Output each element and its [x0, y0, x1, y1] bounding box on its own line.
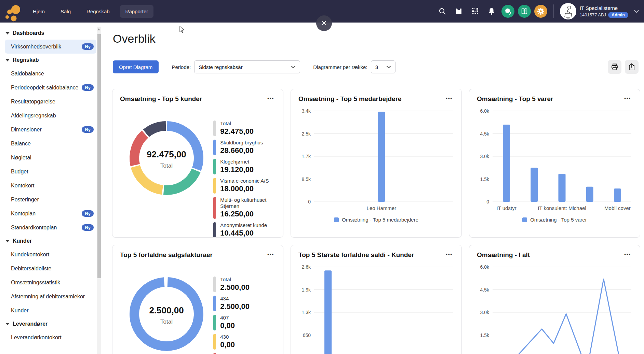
legend-value: 10.445,00: [220, 228, 267, 238]
chart-title: Omsætning - Top 5 medarbejdere: [298, 95, 402, 103]
svg-text:3.0k: 3.0k: [480, 310, 489, 315]
sidebar-item-kunder[interactable]: Kunder: [5, 303, 96, 317]
sidebar-item-resultatopg-relse[interactable]: Resultatopgørelse: [5, 95, 96, 109]
bar-chart: 3.4k2.5k1.7k8.5k0Leo Hammer: [298, 106, 455, 213]
account-chevron-down-icon[interactable]: [634, 10, 639, 13]
nav-item-regnskab[interactable]: Regnskab: [81, 5, 115, 18]
nav-item-hjem[interactable]: Hjem: [27, 5, 50, 18]
chart-card: Omsætning - Top 5 medarbejdere•••3.4k2.5…: [291, 89, 462, 238]
sidebar-item-posteringer[interactable]: Posteringer: [5, 193, 96, 207]
sidebar-item-kontokort[interactable]: Kontokort: [5, 179, 96, 193]
create-chart-button[interactable]: Opret Diagram: [113, 60, 159, 73]
chart-card-header: Omsætning - Top 5 kunder•••: [120, 95, 276, 103]
card-menu-button[interactable]: •••: [623, 95, 632, 101]
chat-support-icon[interactable]: [501, 5, 514, 18]
settings-gear-icon[interactable]: [534, 5, 547, 18]
sidebar-item-budget[interactable]: Budget: [5, 165, 96, 179]
legend-color-bar: [213, 140, 216, 155]
card-menu-button[interactable]: •••: [623, 251, 632, 257]
legend-label: Multi- og kulturhuset Stjernen: [220, 197, 276, 209]
legend-swatch: [334, 217, 339, 222]
chart-card-header: Omsætning - Top 5 varer•••: [477, 95, 632, 103]
scrollbar-thumb[interactable]: [97, 34, 101, 278]
legend-color-bar: [213, 334, 216, 350]
legend-label: 407: [220, 315, 235, 321]
apps-grid-icon[interactable]: [469, 5, 482, 18]
sidebar-section-title: Leverandører: [13, 321, 48, 327]
svg-text:2.5k: 2.5k: [302, 131, 311, 137]
nav-item-salg[interactable]: Salg: [55, 5, 76, 18]
print-button[interactable]: [608, 60, 621, 74]
sidebar-item-kontoplan[interactable]: KontoplanNy: [5, 207, 96, 221]
sidebar: DashboardsVirksomhedsoverblikNyRegnskabS…: [0, 23, 101, 354]
charts-per-row-select[interactable]: 3: [371, 60, 395, 73]
sidebar-section-title: Regnskab: [13, 57, 39, 63]
chart-title: Omsætning - I alt: [477, 251, 530, 259]
svg-text:2.500,00: 2.500,00: [149, 305, 184, 315]
charts-grid: Omsætning - Top 5 kunder•••92.475,00Tota…: [112, 89, 640, 354]
scrollbar-up-arrow-icon[interactable]: [97, 28, 100, 30]
sidebar-item-afstemning-af-debitorsamlekor[interactable]: Afstemning af debitorsamlekor: [5, 289, 96, 303]
sidebar-section-kunder[interactable]: Kunder: [5, 235, 96, 247]
sidebar-item-saldobalance[interactable]: Saldobalance: [5, 67, 96, 81]
legend-label: Anonymiseret kunde: [220, 222, 267, 228]
sidebar-item-label: Budget: [11, 169, 94, 175]
legend-label: 434: [220, 296, 250, 302]
account-text: IT Specialisterne 1401577 ABJ Admin: [580, 5, 628, 18]
legend-label: Total: [220, 121, 254, 127]
sidebar-item-label: Kontokort: [11, 183, 94, 189]
svg-text:1.7k: 1.7k: [302, 154, 311, 159]
chart-legend: Omsætning - Top 5 medarbejdere: [298, 217, 454, 223]
notifications-bell-icon[interactable]: [485, 5, 498, 18]
chart-card: Top 5 Største forfaldne saldi - Kunder••…: [291, 245, 462, 354]
account-agreement: 1401577 ABJ: [580, 12, 606, 17]
legend-color-bar: [213, 178, 216, 194]
legend-value: 28.660,00: [220, 146, 263, 155]
card-menu-button[interactable]: •••: [444, 251, 454, 257]
sidebar-item-balance[interactable]: Balance: [5, 137, 96, 151]
svg-text:650: 650: [303, 332, 311, 338]
sidebar-item-dimensioner[interactable]: DimensionerNy: [5, 123, 96, 137]
nav-item-rapporter[interactable]: Rapporter: [120, 5, 154, 18]
search-icon[interactable]: [436, 5, 449, 18]
account-menu[interactable]: IT Specialisterne 1401577 ABJ Admin: [560, 3, 628, 19]
legend-color-bar: [213, 222, 216, 238]
sidebar-item-periodeopdelt-saldobalance[interactable]: Periodeopdelt saldobalanceNy: [5, 81, 96, 95]
sidebar-section-dashboards[interactable]: Dashboards: [5, 27, 96, 40]
ny-badge: Ny: [82, 84, 94, 91]
card-menu-button[interactable]: •••: [266, 251, 276, 257]
sidebar-item-standardkontoplan[interactable]: StandardkontoplanNy: [5, 221, 96, 235]
sidebar-scrollbar[interactable]: [97, 27, 101, 354]
card-menu-button[interactable]: •••: [266, 95, 276, 101]
card-menu-button[interactable]: •••: [444, 95, 454, 101]
sidebar-item-oms-tningsstatistik[interactable]: Omsætningsstatistik: [5, 275, 96, 289]
sidebar-section-leverandører[interactable]: Leverandører: [5, 317, 96, 330]
period-value: Sidste regnskabsår: [199, 64, 242, 70]
sidebar-item-n-gletal[interactable]: Nøgletal: [5, 151, 96, 165]
donut-legend: Total92.475,00Skuldborg bryghus28.660,00…: [213, 103, 276, 238]
sidebar-item-leverand-rkontokort[interactable]: Leverandørkontokort: [5, 330, 96, 344]
sidebar-item-label: Standardkontoplan: [11, 225, 80, 231]
sidebar-item-label: Periodeopdelt saldobalance: [11, 85, 80, 91]
chart-card: Top 5 forfaldne salgsfakturaer•••2.500,0…: [112, 245, 283, 354]
legend-value: 19.120,00: [220, 165, 254, 174]
app-logo-icon[interactable]: [0, 0, 22, 23]
period-select[interactable]: Sidste regnskabsår: [194, 60, 300, 73]
sidebar-item-debitorsaldoliste[interactable]: Debitorsaldoliste: [5, 261, 96, 275]
help-book-icon[interactable]: [518, 5, 531, 18]
avatar: [560, 3, 576, 19]
sidebar-item-afdelingsregnskab[interactable]: Afdelingsregnskab: [5, 109, 96, 123]
legend-value: 0,00: [220, 321, 235, 330]
inbox-icon[interactable]: [452, 5, 465, 18]
sidebar-item-label: Kontoplan: [11, 211, 80, 217]
sidebar-item-label: Leverandørkontokort: [11, 335, 94, 341]
legend-color-bar: [213, 121, 216, 136]
navbar-divider: [553, 4, 554, 18]
sidebar-section-regnskab[interactable]: Regnskab: [5, 54, 96, 67]
export-button[interactable]: [625, 60, 639, 74]
close-dashboard-button[interactable]: ✕: [316, 15, 332, 31]
legend-color-bar: [213, 159, 216, 174]
chart-card: Omsætning - I alt•••6.0k4.5k3.0k1.5k0: [469, 245, 640, 354]
sidebar-item-virksomhedsoverblik[interactable]: VirksomhedsoverblikNy: [5, 40, 96, 54]
sidebar-item-kundekontokort[interactable]: Kundekontokort: [5, 247, 96, 261]
